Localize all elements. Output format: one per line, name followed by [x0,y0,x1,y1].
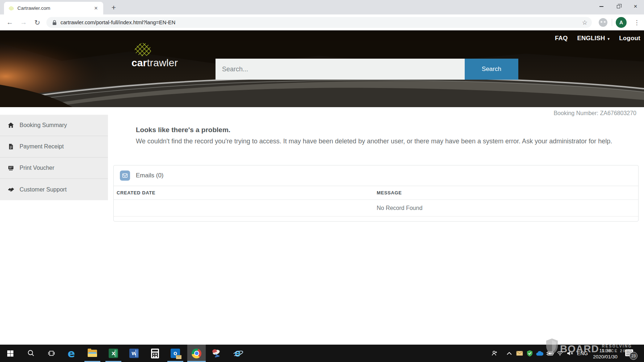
bookmark-star-icon[interactable]: ☆ [582,19,587,26]
logo-car: car [131,57,147,68]
home-icon [7,122,14,129]
logo-net-icon [133,42,152,57]
error-message: We couldn't find the record you're tryin… [136,137,628,146]
action-center-button[interactable]: 23 [625,348,635,358]
taskbar-outlook-button[interactable]: o [167,345,183,362]
browser-toolbar: ← → ↻ cartrawler.com/portal-full/index.h… [0,14,644,30]
emails-column-headers: CREATED DATE MESSAGE [114,186,638,199]
screen: Cartrawler.com × + × ← → ↻ cartrawler.co… [0,0,644,362]
toolbar-divider [612,19,612,26]
back-icon[interactable]: ← [4,14,15,30]
snipping-tool-icon [212,349,221,358]
extension-icon[interactable] [599,18,607,27]
search-icon [27,350,34,357]
booking-number: Booking Number: ZA676803270 [553,110,636,117]
emails-title: Emails (0) [136,172,164,179]
tab-title: Cartrawler.com [17,5,92,11]
envelope-icon [120,171,130,181]
hero-banner: FAQ ENGLISH ▾ Logout cartrawler Search [0,30,644,107]
language-label: ENGLISH [577,35,605,42]
no-record-text: No Record Found [377,205,422,211]
sidebar-item-booking-summary[interactable]: Booking Summary [0,115,108,136]
sidebar-item-label: Booking Summary [20,122,67,129]
tab-close-icon[interactable]: × [92,5,100,12]
hero-nav: FAQ ENGLISH ▾ Logout [555,35,640,42]
profile-avatar[interactable]: A [616,17,627,28]
logo-text: cartrawler [131,57,178,69]
edge-icon: e [68,347,75,360]
taskbar-clock[interactable]: 11:38 2020/01/30 [590,346,620,362]
search-input[interactable] [216,59,465,80]
emails-footer [114,216,638,221]
windows-logo-icon [7,350,13,357]
taskbar-snipping-tool-button[interactable] [209,345,225,362]
start-button[interactable] [2,345,18,362]
receipt-icon [7,143,14,150]
site-favicon-icon [8,6,14,11]
forward-icon[interactable]: → [18,14,29,30]
tray-battery-icon[interactable] [545,345,555,362]
new-tab-button[interactable]: + [109,3,119,13]
notification-badge: 23 [630,352,637,360]
taskbar-chrome-button[interactable] [187,345,206,362]
emails-panel: Emails (0) CREATED DATE MESSAGE No Recor… [113,165,639,222]
taskbar-excel-button[interactable]: x [105,345,121,362]
tray-volume-muted-icon[interactable] [565,345,575,362]
browser-menu-icon[interactable]: ⋮ [631,14,642,30]
sidebar-item-print-voucher[interactable]: Print Voucher [0,157,108,179]
address-bar[interactable]: cartrawler.com/portal-full/index.html?la… [46,17,592,28]
column-created-date: CREATED DATE [114,190,377,195]
taskbar-calculator-button[interactable] [147,345,163,362]
browser-titlebar: Cartrawler.com × + × [0,0,644,14]
chrome-icon [192,349,201,358]
file-explorer-icon [88,350,97,357]
tray-onedrive-icon[interactable] [535,345,545,362]
close-button[interactable]: × [627,0,644,13]
language-dropdown[interactable]: ENGLISH ▾ [577,35,610,42]
taskbar: e x w o e [0,345,644,362]
column-message: MESSAGE [377,190,402,195]
browser-tab[interactable]: Cartrawler.com × [4,2,103,14]
faq-link[interactable]: FAQ [555,35,568,42]
emails-header: Emails (0) [114,165,638,186]
logo-trawler: trawler [147,57,178,68]
reload-icon[interactable]: ↻ [32,14,43,30]
excel-icon: x [109,349,118,358]
calculator-icon [151,349,159,358]
minimize-icon [599,6,603,7]
sidebar-item-customer-support[interactable]: Customer Support [0,179,108,200]
word-icon: w [129,349,139,358]
system-tray: ENG [490,345,590,362]
tray-defender-shield-icon[interactable] [524,345,535,362]
tray-language-indicator[interactable]: ENG [575,345,590,362]
minimize-button[interactable] [593,0,610,13]
sidebar-item-payment-receipt[interactable]: Payment Receipt [0,136,108,157]
voucher-icon [7,164,14,172]
sidebar-item-label: Customer Support [20,186,67,193]
taskbar-edge-button[interactable]: e [63,345,79,362]
taskbar-internet-explorer-button[interactable]: e [230,345,246,362]
error-title: Looks like there's a problem. [136,126,230,134]
table-row: No Record Found [114,199,638,216]
search-button[interactable]: Search [465,59,518,80]
chevron-down-icon: ▾ [607,37,610,41]
sidebar-item-label: Print Voucher [20,165,54,171]
logout-link[interactable]: Logout [619,35,640,42]
clock-date: 2020/01/30 [593,354,618,360]
taskbar-search-button[interactable] [23,345,39,362]
taskbar-word-button[interactable]: w [126,345,142,362]
sidebar: Booking Summary Payment Receipt Print [0,115,108,200]
tray-mail-icon[interactable] [514,345,524,362]
url-text[interactable]: cartrawler.com/portal-full/index.html?la… [60,20,582,25]
people-icon[interactable] [490,345,500,362]
tray-chevron-up-icon[interactable] [504,345,514,362]
tray-wifi-icon[interactable] [555,345,565,362]
lock-icon [52,20,57,25]
restore-button[interactable] [610,0,627,13]
sidebar-item-label: Payment Receipt [20,143,64,150]
window-controls: × [593,0,644,13]
taskbar-file-explorer-button[interactable] [84,345,100,362]
outlook-icon: o [171,349,180,358]
task-view-button[interactable] [43,345,59,362]
clock-time: 11:38 [599,348,611,354]
